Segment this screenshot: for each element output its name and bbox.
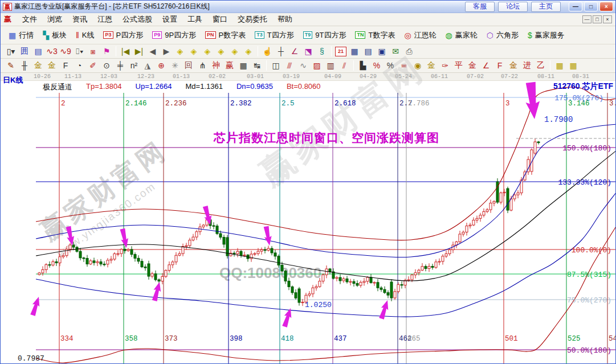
- minimize-button[interactable]: —: [569, 2, 582, 11]
- window-pattern-icon[interactable]: 囲: [18, 46, 31, 58]
- gann-wheel-button[interactable]: ◎江恩轮: [399, 28, 440, 42]
- gold-fan-icon[interactable]: 金: [507, 60, 520, 72]
- fib-grid-icon[interactable]: F: [59, 60, 72, 72]
- speed-angle-icon[interactable]: 乙: [534, 60, 548, 72]
- fan-lines-icon[interactable]: ⫻: [283, 60, 296, 72]
- menu-item-文件[interactable]: 文件: [17, 13, 42, 26]
- kline-marker-icon[interactable]: ⋔: [195, 60, 209, 72]
- cloud-tool-icon[interactable]: §: [315, 46, 329, 58]
- gann-diamond-x-icon[interactable]: ◈: [214, 46, 228, 58]
- gold-grid-a-icon[interactable]: 金: [31, 60, 45, 72]
- grid-red-icon[interactable]: ▨: [310, 60, 324, 72]
- n-square-icon[interactable]: n²: [127, 60, 141, 72]
- winner-wheel-button[interactable]: ◍赢家轮: [441, 28, 482, 42]
- parallel-lines-icon[interactable]: ⫽: [337, 60, 351, 72]
- menu-item-资讯[interactable]: 资讯: [67, 13, 92, 26]
- winner-service-button[interactable]: $赢家服务: [523, 28, 569, 42]
- span-arrows-icon[interactable]: ↹: [250, 60, 264, 72]
- notes-icon[interactable]: ▤: [361, 46, 375, 58]
- pivot-angle-icon[interactable]: 平: [452, 60, 466, 72]
- gold-level-icon[interactable]: 金: [425, 60, 438, 72]
- print-icon[interactable]: ⎙: [402, 46, 416, 58]
- price-scale-icon[interactable]: ▙: [356, 60, 370, 72]
- square-target-icon[interactable]: 回: [182, 60, 195, 72]
- crosshair-icon[interactable]: ┼: [274, 46, 288, 58]
- compass-icon[interactable]: ⊕: [154, 60, 168, 72]
- drag-hand-icon[interactable]: ☝: [260, 46, 274, 58]
- menu-item-帮助[interactable]: 帮助: [272, 13, 297, 26]
- kline-button[interactable]: ǁK线: [71, 28, 99, 42]
- t9-square-button[interactable]: T99T四方形: [299, 28, 351, 42]
- marker-brush-icon[interactable]: ✑: [438, 60, 452, 72]
- shen-grid-icon[interactable]: 神: [209, 60, 223, 72]
- wave-9-icon[interactable]: ∿9: [59, 46, 72, 58]
- hexagon-button[interactable]: ⬡六角形: [482, 28, 523, 42]
- advance-angle-icon[interactable]: 进: [520, 60, 534, 72]
- grid-dark-icon[interactable]: ▥: [324, 60, 337, 72]
- chart-canvas[interactable]: 23342.1463582.2363732.3823982.54182.6184…: [1, 81, 616, 364]
- calendar-icon[interactable]: 21: [335, 47, 346, 56]
- candle-style-dropdown-icon[interactable]: ▯▾: [4, 46, 18, 58]
- candle-tool-dropdown-icon[interactable]: ⌷▾: [72, 46, 86, 58]
- titlebar-link-1[interactable]: 论坛: [498, 2, 528, 12]
- menu-item-公式选股[interactable]: 公式选股: [117, 13, 157, 26]
- time-grid-icon[interactable]: ╪: [113, 60, 127, 72]
- save-icon[interactable]: ▣: [375, 46, 389, 58]
- menu-item-交易委托[interactable]: 交易委托: [232, 13, 272, 26]
- gold-circle-icon[interactable]: ◉: [411, 60, 425, 72]
- grid-yellow-b-icon[interactable]: ▦: [566, 60, 580, 72]
- t-square-button[interactable]: T3T四方形: [250, 28, 298, 42]
- circle-ruler-icon[interactable]: ⊙: [100, 60, 113, 72]
- gold-grid-b-icon[interactable]: 金: [45, 60, 59, 72]
- percent-icon[interactable]: %: [384, 60, 397, 72]
- jump-first-icon[interactable]: |◀: [119, 46, 132, 58]
- p-number-table-button[interactable]: PNP数字表: [201, 28, 250, 42]
- gann-diamond-h-icon[interactable]: ◈: [201, 46, 214, 58]
- page-prev-icon[interactable]: ◀: [146, 46, 160, 58]
- ying-grid-icon[interactable]: 赢: [223, 60, 236, 72]
- titlebar-link-2[interactable]: 主页: [531, 2, 561, 12]
- page-next-icon[interactable]: ▶: [160, 46, 173, 58]
- calculator-icon[interactable]: ▦: [348, 46, 361, 58]
- menu-item-江恩[interactable]: 江恩: [92, 13, 117, 26]
- mail-globe-icon[interactable]: ✉: [389, 46, 402, 58]
- grid-yellow-a-icon[interactable]: ▦: [553, 60, 566, 72]
- trend-flag-icon[interactable]: ⚑: [100, 46, 113, 58]
- gann-diamond-all-icon[interactable]: ◈: [242, 46, 255, 58]
- titlebar-link-0[interactable]: 客服: [465, 2, 495, 12]
- zigzag-icon[interactable]: ∿: [296, 60, 310, 72]
- frame-tool-icon[interactable]: ◫: [269, 60, 283, 72]
- p-square-button[interactable]: P3P四方形: [99, 28, 148, 42]
- gann-wheel-small-icon[interactable]: ✳: [168, 60, 182, 72]
- brush-icon[interactable]: ✐: [86, 60, 100, 72]
- t-number-table-button[interactable]: TNT数字表: [350, 28, 399, 42]
- gann-grid-icon[interactable]: ╫: [18, 60, 31, 72]
- chart-area[interactable]: 赢家财富网 www.yingjia360.com 赢家财富网 QQ:100800…: [1, 81, 616, 364]
- mirror-angle-icon[interactable]: ◮: [141, 60, 154, 72]
- mdi-minimize-button[interactable]: —: [582, 15, 591, 23]
- mdi-restore-button[interactable]: □: [593, 15, 602, 23]
- gann-diamond-left-icon[interactable]: ◈: [173, 46, 187, 58]
- menu-item-设置[interactable]: 设置: [157, 13, 182, 26]
- menu-item-工具[interactable]: 工具: [182, 13, 207, 26]
- gann-diamond-star-icon[interactable]: ◈: [228, 46, 242, 58]
- rise-angle-icon[interactable]: ∠: [479, 60, 493, 72]
- draw-pencil-icon[interactable]: ✎: [4, 60, 18, 72]
- percent-line-icon[interactable]: %: [370, 60, 384, 72]
- mdi-close-button[interactable]: ×: [603, 15, 612, 23]
- gold-angle-icon[interactable]: 金: [466, 60, 479, 72]
- jump-last-icon[interactable]: ▶|: [132, 46, 146, 58]
- ruler-grid-icon[interactable]: ▦: [236, 60, 250, 72]
- info-note-icon[interactable]: ▤: [31, 46, 45, 58]
- angle-measure-icon[interactable]: ∠: [288, 46, 301, 58]
- restore-button[interactable]: □: [584, 2, 598, 11]
- fib-angle-icon[interactable]: F: [493, 60, 507, 72]
- wave-3-icon[interactable]: ∿3: [45, 46, 59, 58]
- quote-button[interactable]: ▦行情: [4, 28, 38, 42]
- menu-item-浏览[interactable]: 浏览: [42, 13, 67, 26]
- region-tool-icon[interactable]: ⬔: [301, 46, 315, 58]
- sector-button[interactable]: ▚板块: [38, 28, 71, 42]
- gann-diamond-right-icon[interactable]: ◈: [187, 46, 201, 58]
- menu-item-窗口[interactable]: 窗口: [207, 13, 232, 26]
- close-button[interactable]: ×: [599, 2, 613, 11]
